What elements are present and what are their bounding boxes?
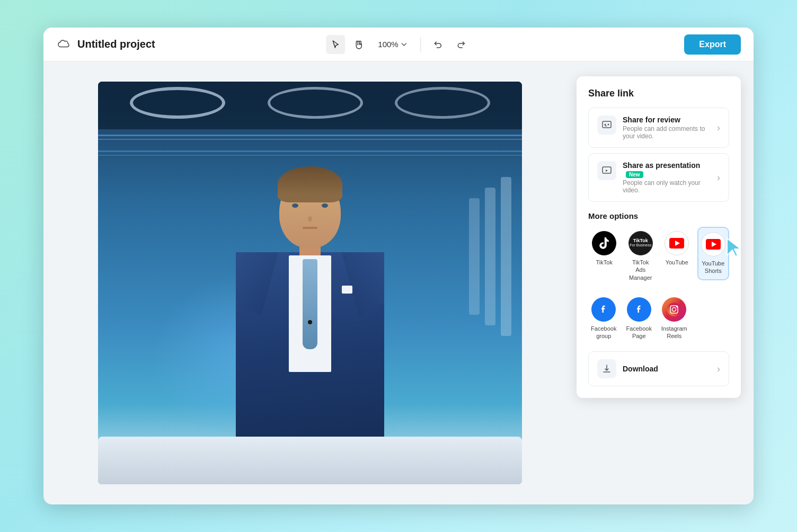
header: Untitled project 100% <box>43 28 754 61</box>
header-center: 100% <box>326 35 471 54</box>
svg-rect-0 <box>603 121 611 128</box>
facebook-group-icon <box>591 297 616 322</box>
youtube-platform-button[interactable]: YouTube <box>661 227 693 286</box>
share-presentation-subtitle: People can only watch your video. <box>623 179 717 194</box>
video-background <box>98 82 522 484</box>
youtube-icon <box>665 231 689 255</box>
tiktok-platform-button[interactable]: TikTok <box>588 227 621 286</box>
video-area <box>43 61 577 504</box>
platforms-grid-row2: Facebook group Facebook Page <box>588 293 690 344</box>
share-review-title: Share for review <box>623 116 717 124</box>
share-presentation-title: Share as presentation New <box>623 161 717 178</box>
zoom-button[interactable]: 100% <box>373 37 413 52</box>
tiktok-ads-icon: TikTok For Business <box>628 231 653 255</box>
cursor-tool-button[interactable] <box>326 35 345 54</box>
youtube-shorts-platform-button[interactable]: YouTube Shorts <box>697 227 730 280</box>
share-for-review-button[interactable]: Share for review People can add comments… <box>588 108 729 148</box>
tiktok-ads-platform-button[interactable]: TikTok For Business TikTok Ads Manager <box>625 227 657 286</box>
download-label: Download <box>623 365 658 373</box>
hand-tool-button[interactable] <box>349 35 368 54</box>
main-content: Share link Share for review Peopl <box>43 61 754 504</box>
more-options-title: More options <box>588 211 729 220</box>
anchor-figure <box>215 166 405 442</box>
panel-title: Share link <box>588 88 729 99</box>
facebook-page-icon <box>627 297 651 322</box>
tiktok-icon <box>592 231 616 255</box>
instagram-reels-label: Instagram Reels <box>661 325 688 340</box>
new-badge: New <box>626 171 643 178</box>
svg-point-1 <box>605 124 606 126</box>
share-review-subtitle: People can add comments to your video. <box>623 125 717 140</box>
facebook-page-platform-button[interactable]: Facebook Page <box>624 293 655 344</box>
cursor-pointer <box>725 237 741 261</box>
desk <box>98 437 522 484</box>
download-chevron-icon: › <box>717 363 720 375</box>
youtube-shorts-wrapper: YouTube Shorts <box>697 227 730 286</box>
svg-marker-8 <box>727 238 741 256</box>
tiktok-label: TikTok <box>596 259 613 266</box>
facebook-group-label: Facebook group <box>590 325 617 340</box>
share-as-presentation-button[interactable]: Share as presentation New People can onl… <box>588 153 729 202</box>
project-title: Untitled project <box>77 38 155 50</box>
svg-point-11 <box>667 303 681 316</box>
facebook-page-label: Facebook Page <box>626 325 653 340</box>
share-review-icon <box>597 116 616 135</box>
zoom-value: 100% <box>378 40 398 49</box>
chevron-right-icon-2: › <box>717 172 720 183</box>
instagram-reels-icon <box>662 297 686 322</box>
share-presentation-icon <box>597 161 616 180</box>
svg-point-2 <box>608 124 609 126</box>
undo-button[interactable] <box>429 35 448 54</box>
cloud-icon <box>56 37 71 52</box>
svg-point-14 <box>676 306 677 307</box>
instagram-reels-platform-button[interactable]: Instagram Reels <box>659 293 690 344</box>
video-preview <box>98 82 522 484</box>
download-button[interactable]: Download › <box>588 351 729 386</box>
download-icon <box>597 359 616 378</box>
divider <box>421 37 421 52</box>
tiktok-ads-label: TikTok Ads Manager <box>627 259 655 281</box>
youtube-shorts-label: YouTube Shorts <box>701 260 727 275</box>
chevron-right-icon: › <box>717 122 720 134</box>
redo-button[interactable] <box>452 35 471 54</box>
facebook-group-platform-button[interactable]: Facebook group <box>588 293 619 344</box>
app-container: Untitled project 100% <box>43 28 754 504</box>
youtube-shorts-icon <box>701 232 725 256</box>
platforms-grid: TikTok TikTok For Business TikTok Ads Ma… <box>588 227 729 286</box>
share-panel: Share link Share for review Peopl <box>577 76 741 398</box>
export-button[interactable]: Export <box>684 34 741 55</box>
youtube-label: YouTube <box>666 259 688 266</box>
